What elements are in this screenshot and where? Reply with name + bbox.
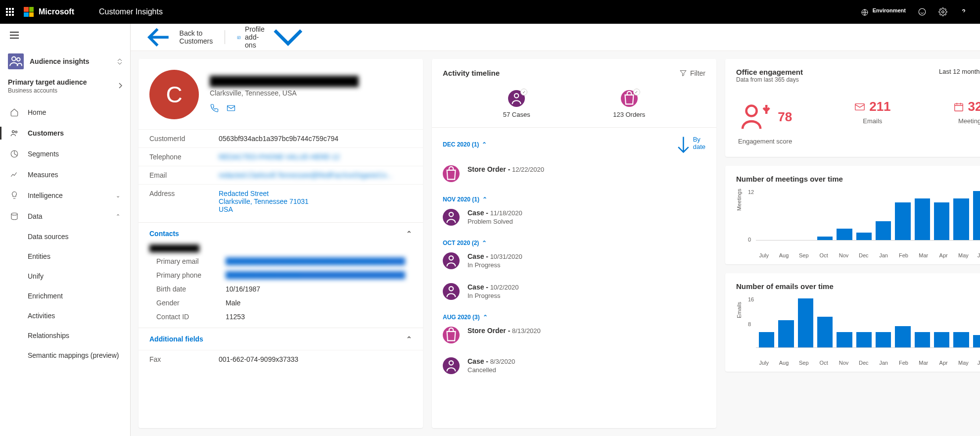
- svg-point-1: [919, 8, 926, 15]
- svg-rect-19: [954, 103, 963, 111]
- addons-label: Profile add-ons: [245, 25, 268, 49]
- nav-data[interactable]: Data⌃: [0, 206, 130, 227]
- primary-audience-picker[interactable]: Primary target audience Business account…: [0, 76, 130, 102]
- stat-cases[interactable]: ✓ 57 Cases: [503, 90, 530, 118]
- home-icon: [10, 108, 19, 117]
- nav-intelligence[interactable]: Intelligence⌄: [0, 185, 130, 206]
- sort-by-date[interactable]: By date: [676, 136, 705, 153]
- x-label: May: [955, 360, 971, 366]
- contact-phone-row: Primary phoneXXX/XXX-XXXX-XXXXx: [149, 268, 412, 282]
- timeline-item[interactable]: Case - 8/3/2020Cancelled: [443, 352, 705, 383]
- timeline-group-aug[interactable]: AUG 2020 (3) ⌃: [443, 309, 705, 322]
- timeline-item[interactable]: Case - 10/2/2020In Progress: [443, 278, 705, 309]
- contact-name: Redacted Name: [149, 244, 199, 252]
- x-label: June: [976, 252, 980, 258]
- timeline-group-oct[interactable]: OCT 2020 (2) ⌃: [443, 235, 705, 247]
- chart-bar: [934, 202, 949, 240]
- chevron-right-icon: [118, 82, 122, 90]
- additional-fields-header[interactable]: Additional fields⌃: [139, 328, 423, 350]
- svg-point-13: [449, 212, 454, 217]
- svg-point-4: [17, 58, 20, 61]
- chart-bar: [915, 198, 930, 240]
- timeline-item[interactable]: Store Order - 8/13/2020: [443, 322, 705, 352]
- chart-bar: [856, 332, 872, 347]
- x-label: Jan: [876, 252, 891, 258]
- chevron-up-icon: ⌃: [482, 196, 487, 203]
- profile-addons-button[interactable]: Profile add-ons: [237, 25, 304, 49]
- contacts-section-header[interactable]: Contacts⌃: [139, 222, 423, 244]
- gear-icon[interactable]: [938, 7, 947, 16]
- chart-bar: [876, 221, 891, 240]
- nav-unify[interactable]: Unify: [0, 266, 130, 286]
- chevron-up-icon: ⌃: [482, 240, 487, 246]
- x-label: Aug: [776, 360, 792, 366]
- nav-semantic[interactable]: Semantic mappings (preview): [0, 345, 130, 365]
- chart-bar: [759, 332, 774, 347]
- field-address: AddressRedacted StreetClarksville, Tenne…: [139, 184, 423, 218]
- chevron-down-icon: [272, 27, 304, 47]
- nav-relationships[interactable]: Relationships: [0, 326, 130, 345]
- chevron-up-icon: ⌃: [482, 141, 487, 148]
- svg-point-3: [12, 57, 16, 61]
- svg-point-5: [12, 131, 15, 133]
- nav-data-sources[interactable]: Data sources: [0, 227, 130, 246]
- emails-chart: Emails 168: [736, 298, 980, 358]
- app-name: Customer Insights: [99, 7, 163, 16]
- nav-entities[interactable]: Entities: [0, 246, 130, 266]
- nav-activities[interactable]: Activities: [0, 306, 130, 326]
- nav-home[interactable]: Home: [0, 102, 130, 123]
- nav-enrichment[interactable]: Enrichment: [0, 286, 130, 306]
- back-button[interactable]: Back to Customers: [142, 24, 213, 53]
- pta-subtitle: Business accounts: [8, 87, 57, 94]
- environment-picker[interactable]: Environment: [861, 7, 906, 16]
- nav-label: Home: [28, 108, 46, 116]
- nav-segments[interactable]: Segments: [0, 144, 130, 164]
- nav-measures[interactable]: Measures: [0, 164, 130, 185]
- x-label: May: [955, 252, 971, 258]
- call-button[interactable]: [210, 103, 219, 113]
- nav-label: Activities: [28, 312, 55, 320]
- smile-feedback-icon[interactable]: [918, 7, 927, 16]
- timeline-item[interactable]: Case - 11/18/2020Problem Solved: [443, 204, 705, 235]
- nav-label: Relationships: [28, 332, 69, 339]
- case-icon: [443, 357, 460, 374]
- sidebar: Audience insights Primary target audienc…: [0, 24, 131, 436]
- hamburger-button[interactable]: [0, 24, 130, 47]
- nav-label: Unify: [28, 272, 44, 280]
- timeline-item[interactable]: Case - 10/31/2020In Progress: [443, 247, 705, 278]
- insights-switcher[interactable]: Audience insights: [0, 47, 130, 76]
- customers-icon: [10, 129, 19, 138]
- filter-button[interactable]: Filter: [679, 69, 705, 77]
- order-icon: [443, 165, 460, 182]
- chart-bar: [837, 229, 852, 240]
- field-telephone: TelephoneREDACTED-PHONE-VALUE-HERE-12: [139, 147, 423, 166]
- timeline-group-nov[interactable]: NOV 2020 (1) ⌃: [443, 191, 705, 204]
- updown-icon: [117, 58, 122, 65]
- help-icon[interactable]: [959, 7, 968, 16]
- nav-label: Customers: [28, 129, 64, 137]
- metric-emails: 211Emails: [854, 99, 890, 145]
- chevron-up-icon: ⌃: [483, 314, 488, 321]
- svg-point-6: [15, 131, 17, 133]
- timeline-title: Activity timeline: [443, 69, 500, 77]
- range-picker[interactable]: Last 12 months⌄: [939, 68, 980, 75]
- x-label: Nov: [836, 360, 851, 366]
- chart-bar: [973, 335, 980, 347]
- chevron-down-icon: ⌄: [116, 193, 120, 199]
- nav-customers[interactable]: Customers: [0, 123, 130, 144]
- svg-point-12: [514, 94, 519, 98]
- microsoft-icon: [24, 7, 34, 17]
- engagement-title: Office engagement: [736, 68, 803, 76]
- environment-icon: [861, 8, 869, 16]
- chart-bar: [876, 332, 891, 347]
- x-label: Sep: [796, 360, 812, 366]
- chart-bar: [895, 202, 910, 240]
- environment-label: Environment: [873, 7, 906, 13]
- app-launcher-icon[interactable]: [6, 8, 14, 16]
- chart-bar: [778, 320, 793, 348]
- timeline-item[interactable]: Store Order - 12/22/2020: [443, 160, 705, 191]
- timeline-group-dec[interactable]: DEC 2020 (1) ⌃: [443, 136, 487, 153]
- stat-orders[interactable]: ✓ 123 Orders: [613, 90, 645, 118]
- email-button[interactable]: [227, 103, 235, 113]
- nav-label: Intelligence: [28, 192, 63, 199]
